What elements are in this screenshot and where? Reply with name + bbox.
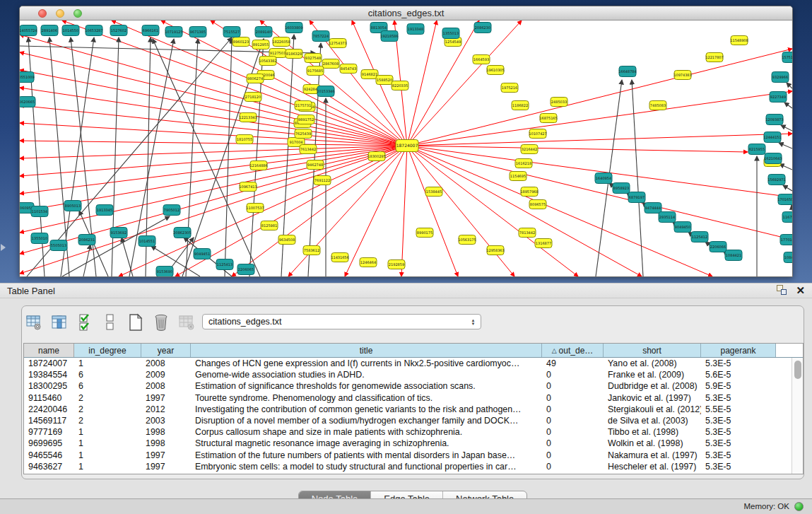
table-cell[interactable]: Genome-wide association studies in ADHD. [191, 370, 542, 380]
table-cell[interactable]: 5.3E-5 [701, 358, 776, 368]
network-edge[interactable] [83, 245, 90, 276]
table-cell[interactable]: Tibbo et al. (1998) [604, 427, 701, 437]
scrollbar-thumb[interactable] [794, 361, 801, 379]
table-cell[interactable]: 22420046 [24, 404, 74, 414]
table-cell[interactable]: 9465546 [24, 450, 74, 460]
table-cell[interactable]: 2 [74, 404, 141, 414]
table-cell[interactable]: Investigating the contribution of common… [191, 404, 542, 414]
table-cell[interactable]: 1998 [141, 427, 191, 437]
table-cell[interactable]: 0 [542, 393, 604, 403]
network-edge[interactable] [407, 146, 514, 276]
table-cell[interactable]: 6 [74, 381, 141, 391]
table-cell[interactable]: 5.3E-5 [701, 462, 776, 472]
network-edge[interactable] [787, 83, 792, 88]
table-cell[interactable]: Tourette syndrome. Phenomenology and cla… [191, 393, 542, 403]
show-columns-icon[interactable] [50, 313, 69, 332]
network-edge[interactable] [122, 238, 133, 276]
table-cell[interactable]: 5.3E-5 [701, 427, 776, 437]
network-edge[interactable] [407, 21, 437, 146]
network-edge[interactable] [225, 39, 232, 276]
table-cell[interactable]: 0 [542, 427, 604, 437]
float-panel-icon[interactable] [777, 285, 787, 296]
table-cell[interactable]: de Silva et al. (2003) [604, 416, 701, 426]
network-edge[interactable] [779, 164, 792, 170]
table-cell[interactable]: Nakamura et al. (1997) [604, 450, 701, 460]
network-edge[interactable] [779, 143, 792, 148]
network-canvas[interactable]: 1872400718300295896012389129551822605891… [20, 21, 792, 276]
network-edge[interactable] [792, 205, 792, 211]
select-all-icon[interactable] [76, 313, 94, 332]
network-view-window[interactable]: citations_edges.txt 18724007183002958960… [19, 6, 793, 277]
network-edge[interactable] [407, 49, 792, 146]
network-edge[interactable] [407, 146, 748, 152]
table-cell[interactable]: 1 [74, 438, 141, 448]
network-edge[interactable] [20, 146, 407, 176]
network-edge[interactable] [781, 125, 792, 131]
table-cell[interactable]: 9699695 [24, 438, 74, 448]
table-cell[interactable]: 2 [74, 393, 141, 403]
network-edge[interactable] [345, 146, 407, 276]
table-select-dropdown[interactable]: citations_edges.txt ▲▼ [202, 314, 481, 329]
close-panel-icon[interactable]: ✕ [796, 285, 805, 296]
network-edge[interactable] [112, 37, 119, 276]
delete-column-icon[interactable] [152, 313, 170, 332]
table-row[interactable]: 946362711997Embryonic stem cells: a mode… [24, 461, 792, 472]
network-edge[interactable] [407, 146, 792, 240]
table-cell[interactable]: Stergiakouli et al. (2012) [604, 404, 701, 414]
table-cell[interactable]: 0 [542, 404, 604, 414]
table-cell[interactable]: 5.5E-5 [701, 404, 776, 414]
table-cell[interactable]: 5.3E-5 [701, 450, 776, 460]
new-column-icon[interactable] [126, 313, 145, 332]
table-cell[interactable]: 0 [542, 416, 604, 426]
table-row[interactable]: 1830029562008Estimation of significance … [24, 380, 792, 392]
table-cell[interactable]: Wolkin et al. (1998) [604, 438, 701, 448]
table-cell[interactable]: 5.6E-5 [701, 370, 776, 380]
table-cell[interactable]: 1998 [141, 438, 191, 448]
table-cell[interactable]: 2012 [141, 404, 191, 414]
table-cell[interactable]: 14569117 [24, 416, 74, 426]
table-cell[interactable]: 1997 [141, 393, 191, 403]
network-edge[interactable] [153, 39, 260, 276]
table-cell[interactable]: Corpus callosum shape and size in male p… [191, 427, 542, 437]
table-cell[interactable]: 2008 [141, 358, 191, 368]
network-edge[interactable] [783, 185, 792, 191]
table-cell[interactable]: 1997 [141, 462, 191, 472]
network-window-titlebar[interactable]: citations_edges.txt [20, 6, 792, 21]
table-cell[interactable]: Embryonic stem cells: a model to study s… [191, 462, 542, 472]
table-cell[interactable]: 5.3E-5 [701, 393, 776, 403]
table-cell[interactable]: 1 [74, 462, 141, 472]
table-cell[interactable]: Disruption of a novel member of a sodium… [191, 416, 542, 426]
table-cell[interactable]: 0 [542, 462, 604, 472]
network-edge[interactable] [784, 103, 792, 108]
table-cell[interactable]: Hescheler et al. (1997) [604, 462, 701, 472]
vertical-scrollbar[interactable] [792, 358, 803, 474]
table-cell[interactable]: Dudbridge et al. (2008) [604, 381, 701, 391]
network-edge[interactable] [407, 91, 792, 146]
panel-resize-grip[interactable] [1, 244, 6, 251]
table-options-icon[interactable] [25, 313, 43, 332]
table-cell[interactable]: 2008 [141, 381, 191, 391]
table-cell[interactable]: 5.9E-5 [701, 381, 776, 391]
table-row[interactable]: 911546021997Tourette syndrome. Phenomeno… [24, 392, 792, 404]
network-edge[interactable] [407, 134, 792, 146]
column-header-pagerank[interactable]: pagerank [701, 344, 776, 357]
table-cell[interactable]: 9115460 [24, 393, 74, 403]
network-edge[interactable] [632, 80, 643, 276]
table-cell[interactable]: 18300295 [24, 381, 74, 391]
table-cell[interactable]: 5.3E-5 [701, 416, 776, 426]
table-cell[interactable]: 9777169 [24, 427, 74, 437]
table-cell[interactable]: Jankovic et al. (1997) [604, 393, 701, 403]
table-row[interactable]: 1938455462009Genome-wide association stu… [24, 369, 792, 380]
table-cell[interactable]: 0 [542, 370, 604, 380]
table-cell[interactable]: 1 [74, 427, 141, 437]
table-cell[interactable]: Estimation of significance thresholds fo… [191, 381, 542, 391]
column-header-out_de[interactable]: △out_de… [542, 344, 604, 357]
column-header-title[interactable]: title [191, 344, 542, 357]
table-row[interactable]: 977716911998Corpus callosum shape and si… [24, 426, 792, 438]
table-cell[interactable]: 1 [74, 358, 141, 368]
table-cell[interactable]: Yano et al. (2008) [604, 358, 701, 368]
table-cell[interactable]: 0 [542, 438, 604, 448]
table-cell[interactable]: 19384554 [24, 370, 74, 380]
network-edge[interactable] [20, 35, 407, 146]
table-row[interactable]: 1456911722003Disruption of a novel membe… [24, 415, 792, 426]
